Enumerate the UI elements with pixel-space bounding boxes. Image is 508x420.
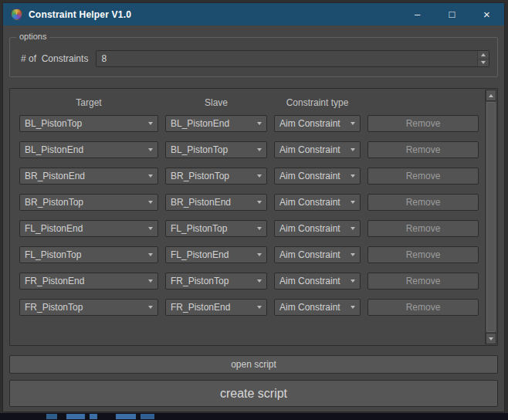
arrow-down-icon [489,337,493,340]
constraint-row: FR_PistonEnd FR_PistonTop Aim Constraint… [10,273,497,290]
constraint-type-combobox-value: Aim Constraint [275,223,346,234]
close-button[interactable]: × [469,3,504,25]
chevron-down-icon [144,253,157,256]
chevron-down-icon [144,148,157,151]
slave-combobox[interactable]: BR_PistonTop [165,168,267,185]
slave-combobox[interactable]: FR_PistonTop [165,273,267,290]
vertical-scrollbar[interactable] [485,90,496,344]
chevron-down-icon [252,227,266,230]
remove-button[interactable]: Remove [367,246,479,263]
chevron-down-icon [252,279,266,283]
window-title: Constraint Helper V1.0 [29,9,131,20]
target-combobox-value: BR_PistonEnd [20,171,144,181]
remove-button[interactable]: Remove [367,141,479,158]
chevron-down-icon [252,148,266,151]
taskbar-app-indicator [66,414,85,419]
remove-button[interactable]: Remove [367,168,479,185]
open-script-button[interactable]: open script [9,355,498,374]
chevron-down-icon [144,122,157,125]
header-spacer [367,97,479,108]
chevron-down-icon [346,306,360,309]
target-combobox-value: FR_PistonTop [20,302,144,313]
remove-button[interactable]: Remove [367,273,479,290]
chevron-down-icon [252,201,266,204]
chevron-down-icon [346,148,360,151]
slave-combobox-value: BR_PistonEnd [166,197,252,208]
chevron-down-icon [252,253,266,256]
constraint-type-combobox[interactable]: Aim Constraint [274,273,361,290]
constraint-count-value: 8 [97,51,477,66]
constraint-type-combobox[interactable]: Aim Constraint [274,220,361,237]
constraint-row: FL_PistonEnd FL_PistonTop Aim Constraint… [10,220,497,237]
chevron-down-icon [144,306,157,309]
maximize-button[interactable]: □ [435,3,469,25]
spinner-arrows [477,51,489,66]
remove-button[interactable]: Remove [367,115,479,132]
target-combobox[interactable]: FL_PistonTop [19,246,158,263]
scrollbar-thumb[interactable] [486,102,496,332]
constraint-type-combobox-value: Aim Constraint [275,276,346,286]
constraint-type-combobox[interactable]: Aim Constraint [274,194,361,211]
header-target: Target [19,97,158,108]
chevron-down-icon [346,227,360,230]
target-combobox[interactable]: FR_PistonTop [19,299,158,316]
arrow-up-icon [481,53,486,56]
slave-combobox[interactable]: BL_PistonEnd [165,115,267,132]
taskbar-app-indicator [46,414,57,419]
header-constraint-type: Constraint type [274,97,361,108]
window-content: options # of Constraints 8 Target Slave … [3,25,504,413]
slave-combobox-value: BL_PistonEnd [166,118,252,129]
constraint-type-combobox[interactable]: Aim Constraint [274,141,361,158]
header-slave: Slave [165,97,267,108]
target-combobox[interactable]: FL_PistonEnd [19,220,158,237]
chevron-down-icon [252,306,266,309]
arrow-down-icon [481,61,486,64]
chevron-down-icon [346,279,360,283]
constraint-count-spinner[interactable]: 8 [96,50,489,67]
taskbar-strip [0,413,508,420]
target-combobox[interactable]: BL_PistonEnd [19,141,158,158]
remove-button[interactable]: Remove [367,220,479,237]
options-groupbox: options # of Constraints 8 [9,37,498,77]
slave-combobox[interactable]: FL_PistonTop [165,220,267,237]
chevron-down-icon [144,201,157,204]
window-controls: – □ × [400,3,504,25]
slave-combobox[interactable]: BL_PistonTop [165,141,267,158]
target-combobox[interactable]: FR_PistonEnd [19,273,158,290]
constraint-type-combobox[interactable]: Aim Constraint [274,168,361,185]
chevron-down-icon [144,279,157,283]
target-combobox-value: FR_PistonEnd [20,276,144,286]
scroll-up-button[interactable] [486,90,496,101]
remove-button[interactable]: Remove [367,299,479,316]
constraint-row: FR_PistonTop FR_PistonEnd Aim Constraint… [10,299,497,316]
arrow-up-icon [489,94,493,97]
target-combobox[interactable]: BR_PistonEnd [19,168,158,185]
constraint-type-combobox[interactable]: Aim Constraint [274,246,361,263]
app-window: Constraint Helper V1.0 – □ × options # o… [2,2,505,412]
target-combobox-value: FL_PistonEnd [20,223,144,234]
create-script-button[interactable]: create script [9,380,498,407]
taskbar-app-indicator [116,414,136,419]
target-combobox[interactable]: BL_PistonTop [19,115,158,132]
slave-combobox[interactable]: FR_PistonEnd [165,299,267,316]
target-combobox[interactable]: BR_PistonTop [19,194,158,211]
target-combobox-value: BL_PistonTop [20,118,144,129]
constraint-type-combobox[interactable]: Aim Constraint [274,115,361,132]
app-icon [11,8,22,20]
remove-button[interactable]: Remove [367,194,479,211]
constraint-type-combobox-value: Aim Constraint [275,302,346,313]
slave-combobox-value: FL_PistonEnd [166,249,252,260]
constraint-type-combobox-value: Aim Constraint [275,144,346,155]
chevron-down-icon [252,174,266,178]
chevron-down-icon [346,174,360,178]
spinner-up-button[interactable] [478,51,489,59]
constraint-count-row: # of Constraints 8 [18,50,489,67]
chevron-down-icon [346,253,360,256]
slave-combobox[interactable]: FL_PistonEnd [165,246,267,263]
scroll-down-button[interactable] [486,333,496,344]
constraint-type-combobox[interactable]: Aim Constraint [274,299,361,316]
chevron-down-icon [252,122,266,125]
minimize-button[interactable]: – [400,3,435,25]
slave-combobox[interactable]: BR_PistonEnd [165,194,267,211]
spinner-down-button[interactable] [478,59,489,67]
